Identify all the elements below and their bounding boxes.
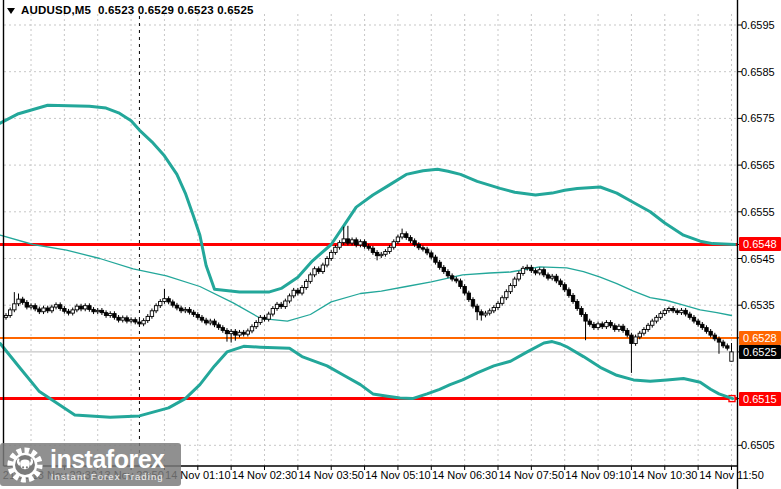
candlestick-body <box>667 308 670 310</box>
candlestick-body <box>229 331 232 333</box>
candlestick-body <box>355 240 358 245</box>
candlestick-body <box>680 310 683 312</box>
candlestick-body <box>717 339 720 342</box>
candlestick-body <box>179 308 182 311</box>
candlestick-body <box>688 314 691 317</box>
candlestick-body <box>150 311 153 317</box>
candlestick-body <box>21 299 24 302</box>
candlestick-body <box>613 326 616 330</box>
candlestick-body <box>730 352 733 361</box>
price-line-label-6548[interactable]: 0.6548 <box>739 237 781 251</box>
candlestick-body <box>642 329 645 333</box>
candlestick-body <box>142 321 145 324</box>
candlestick-body <box>305 281 308 287</box>
candlestick-body <box>425 249 428 253</box>
candlestick-body <box>284 301 287 307</box>
instaforex-watermark: instaforex Instant Forex Trading <box>0 443 181 486</box>
candlestick-body <box>117 317 120 320</box>
candlestick-body <box>467 293 470 300</box>
candlestick-body <box>71 310 74 313</box>
price-axis-label: 0.6545 <box>741 252 775 266</box>
candlestick-body <box>259 317 262 322</box>
candlestick-body <box>434 257 437 262</box>
price-axis-label: 0.6505 <box>741 438 775 452</box>
price-axis-label: 0.6535 <box>741 298 775 312</box>
candlestick-body <box>196 315 199 318</box>
candlestick-body <box>638 333 641 337</box>
candlestick-body <box>388 247 391 251</box>
candlestick-body <box>375 252 378 255</box>
candlestick-body <box>359 242 362 245</box>
candlestick-body <box>684 310 687 314</box>
candlestick-body <box>605 322 608 326</box>
candlestick-body <box>417 244 420 247</box>
candlestick-body <box>438 262 441 267</box>
candlestick-body <box>175 305 178 308</box>
candlestick-body <box>559 281 562 285</box>
time-axis-label: 14 Nov 09:10 <box>565 469 630 481</box>
candlestick-body <box>484 313 487 315</box>
candlestick-body <box>296 290 299 293</box>
candlestick-body <box>405 234 408 238</box>
candlestick-body <box>513 279 516 286</box>
candlestick-body <box>125 318 128 321</box>
candlestick-body <box>267 314 270 319</box>
candlestick-body <box>367 246 370 248</box>
candlestick-body <box>396 237 399 242</box>
candlestick-body <box>29 306 32 307</box>
candlestick-body <box>571 295 574 301</box>
candlestick-body <box>109 314 112 316</box>
candlestick-body <box>726 346 729 348</box>
candlestick-body <box>234 331 237 335</box>
time-axis-label: 14 Nov 06:30 <box>432 469 497 481</box>
watermark-tagline: Instant Forex Trading <box>50 471 164 482</box>
candlestick-body <box>271 308 274 314</box>
watermark-brand: instaforex <box>50 447 164 471</box>
candlestick-body <box>113 314 116 318</box>
bollinger-middle-band <box>0 235 731 321</box>
symbol-dropdown-icon[interactable] <box>7 8 15 14</box>
candlestick-body <box>400 234 403 237</box>
candlestick-body <box>471 300 474 307</box>
price-line-label-6528[interactable]: 0.6528 <box>739 331 781 345</box>
candlestick-body <box>138 322 141 324</box>
time-axis-label: 14 Nov 11:50 <box>699 469 764 481</box>
candlestick-body <box>709 331 712 335</box>
candlestick-body <box>663 310 666 313</box>
candlestick-body <box>596 324 599 328</box>
candlestick-body <box>100 310 103 312</box>
candlestick-body <box>626 330 629 335</box>
candlestick-body <box>442 267 445 271</box>
candlestick-body <box>213 321 216 325</box>
price-line-label-6515[interactable]: 0.6515 <box>739 392 781 406</box>
candlestick-body <box>8 310 11 316</box>
candlestick-body <box>159 301 162 305</box>
candlestick-body <box>104 313 107 316</box>
time-axis-label: 14 Nov 07:50 <box>499 469 564 481</box>
candlestick-body <box>42 308 45 312</box>
candlestick-body <box>275 304 278 308</box>
candlestick-body <box>38 309 41 312</box>
time-axis-label: 14 Nov 10:30 <box>632 469 697 481</box>
candlestick-body <box>655 317 658 321</box>
candlestick-body <box>530 267 533 270</box>
candlestick-body <box>313 269 316 275</box>
candlestick-body <box>576 301 579 308</box>
candlestick-body <box>309 275 312 282</box>
time-axis-label: 14 Nov 02:30 <box>232 469 297 481</box>
price-line-label-6525: 0.6525 <box>739 345 781 359</box>
candlestick-body <box>300 287 303 293</box>
candlestick-body <box>563 285 566 290</box>
bollinger-upper-band <box>0 105 735 292</box>
candlestick-body <box>601 324 604 327</box>
candlestick-body <box>63 308 66 311</box>
candlestick-body <box>588 321 591 324</box>
candlestick-body <box>459 281 462 287</box>
symbol-ohlc-title: AUDUSD,M5 0.6523 0.6529 0.6523 0.6525 <box>21 4 254 16</box>
candlestick-body <box>217 325 220 328</box>
candlestick-body <box>154 306 157 311</box>
chart-canvas <box>0 0 781 489</box>
candlestick-body <box>567 290 570 296</box>
candlestick-body <box>542 270 545 275</box>
candlestick-body <box>167 299 170 302</box>
